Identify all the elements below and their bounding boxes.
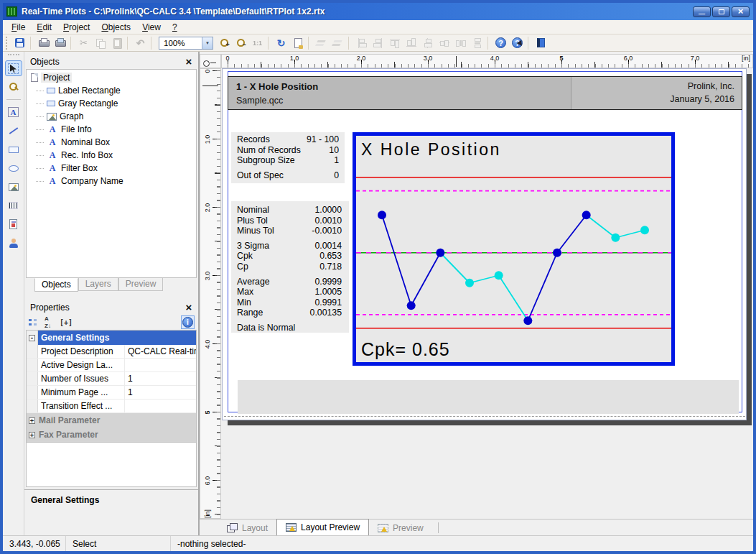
control-chart-object[interactable]: X Hole PositionCpk= 0.65 xyxy=(353,132,675,366)
stat-row: Out of Spec 0 xyxy=(237,170,339,181)
center-v-button[interactable] xyxy=(436,35,452,50)
info-button[interactable] xyxy=(181,315,195,329)
select-tool-button[interactable] xyxy=(5,60,22,76)
collapse-icon[interactable]: - xyxy=(29,335,35,341)
label-rectangle-object[interactable]: 1 - X Hole Position Sample.qcc Prolink, … xyxy=(228,76,742,110)
print-preview-button[interactable] xyxy=(52,35,68,50)
title-bar[interactable]: Real-Time Plots - C:\Prolink\QC-CALC 3.4… xyxy=(3,3,753,20)
view-tab[interactable]: Layout Preview xyxy=(276,519,369,535)
tree-item[interactable]: Company Name xyxy=(27,175,196,188)
property-group-selected[interactable]: - General Settings xyxy=(27,331,196,345)
menu-item[interactable]: Project xyxy=(57,21,95,34)
zoom-in-button[interactable] xyxy=(216,35,233,50)
save-button[interactable] xyxy=(11,35,28,50)
property-group-collapsed[interactable]: + Fax Parameter xyxy=(27,428,196,442)
chevron-down-icon[interactable] xyxy=(202,37,213,49)
property-row[interactable]: Transition Effect ... xyxy=(27,400,196,413)
palette-grip[interactable] xyxy=(8,54,19,55)
cut-button[interactable] xyxy=(75,35,92,50)
close-icon[interactable] xyxy=(182,302,195,313)
expand-icon[interactable]: + xyxy=(29,417,35,424)
property-value[interactable]: 1 xyxy=(125,386,196,399)
bring-front-button[interactable] xyxy=(313,35,330,50)
property-row[interactable]: Active Design La... xyxy=(27,359,196,372)
copy-button[interactable] xyxy=(92,35,108,50)
help-button[interactable] xyxy=(493,35,509,50)
close-icon[interactable] xyxy=(182,56,195,68)
report-tool-button[interactable] xyxy=(5,216,22,232)
space-v-button[interactable] xyxy=(469,35,485,50)
barcode-tool-button[interactable] xyxy=(5,198,22,213)
stat-row: Min 0.9991 xyxy=(237,297,342,308)
close-button[interactable] xyxy=(732,6,750,17)
undo-button[interactable] xyxy=(132,35,149,50)
align-right-button[interactable] xyxy=(370,35,386,50)
help-context-button[interactable] xyxy=(509,35,526,50)
minimize-button[interactable] xyxy=(693,6,711,17)
align-left-button[interactable] xyxy=(353,35,370,50)
align-top-button[interactable] xyxy=(386,35,403,50)
tree-item[interactable]: Label Rectangle xyxy=(27,84,196,97)
print-button[interactable] xyxy=(35,35,52,50)
ellipse-tool-button[interactable] xyxy=(5,160,22,176)
align-bottom-button[interactable] xyxy=(403,35,419,50)
expand-all-button[interactable]: [+] xyxy=(60,318,73,326)
property-row[interactable]: Project Description QC-CALC Real-tim... xyxy=(27,345,196,359)
property-group-collapsed[interactable]: + Mail Parameter xyxy=(27,413,196,428)
space-h-icon xyxy=(455,37,467,49)
properties-button[interactable] xyxy=(289,35,306,50)
stat-row: Plus Tol 0.0010 xyxy=(237,216,342,226)
refresh-button[interactable] xyxy=(273,35,289,50)
property-value[interactable]: 1 xyxy=(125,372,196,385)
expand-icon[interactable]: + xyxy=(29,432,35,438)
line-tool-button[interactable] xyxy=(5,123,22,139)
tree-item[interactable]: Gray Rectangle xyxy=(27,97,196,110)
property-value[interactable] xyxy=(125,400,196,412)
tree-item[interactable]: Filter Box xyxy=(27,162,196,175)
view-tab[interactable]: Layout xyxy=(218,520,276,535)
maximize-button[interactable] xyxy=(712,6,730,17)
zoom-level-combo[interactable]: 100% xyxy=(159,37,213,50)
window-controls xyxy=(693,6,750,17)
zoom-tool-button[interactable] xyxy=(5,79,22,95)
send-back-button[interactable] xyxy=(330,35,346,50)
exit-button[interactable] xyxy=(533,35,549,50)
rec-info-box-object[interactable]: Records 91 - 100 Num of Records 10 xyxy=(231,132,345,183)
design-canvas[interactable]: 1 - X Hole Position Sample.qcc Prolink, … xyxy=(221,68,753,519)
panel-tab[interactable]: Layers xyxy=(78,278,118,291)
panel-tab[interactable]: Objects xyxy=(34,278,78,292)
save-icon xyxy=(15,38,24,47)
categorized-view-icon[interactable] xyxy=(28,318,38,327)
actual-size-button[interactable]: 1:1 xyxy=(249,35,266,50)
property-row[interactable]: Minimum Page ... 1 xyxy=(27,386,196,400)
tree-item[interactable]: File Info xyxy=(27,123,196,136)
panel-tab[interactable]: Preview xyxy=(118,278,164,291)
center-h-button[interactable] xyxy=(419,35,436,50)
image-tool-button[interactable] xyxy=(5,179,22,195)
template-page[interactable]: 1 - X Hole Position Sample.qcc Prolink, … xyxy=(222,68,747,420)
tree-item[interactable]: Graph xyxy=(27,110,196,123)
menu-item[interactable]: Edit xyxy=(31,21,57,34)
menu-item[interactable]: ? xyxy=(167,21,183,34)
tree-root-project[interactable]: Project xyxy=(27,71,196,84)
zoom-out-button[interactable] xyxy=(233,35,249,50)
toolbar-grip[interactable] xyxy=(6,37,9,50)
text-tool-button[interactable] xyxy=(5,104,22,120)
nominal-box-object[interactable]: Nominal 1.0000 Plus Tol 0.0010 xyxy=(231,201,349,333)
view-tab[interactable]: Preview xyxy=(369,520,432,535)
tree-item[interactable]: Rec. Info Box xyxy=(27,149,196,162)
property-row[interactable]: Number of Issues 1 xyxy=(27,372,196,386)
menu-item[interactable]: View xyxy=(136,21,167,34)
property-value[interactable]: QC-CALC Real-tim... xyxy=(125,345,196,358)
tree-item[interactable]: Nominal Box xyxy=(27,136,196,149)
menu-item[interactable]: Objects xyxy=(95,21,136,34)
person-tool-button[interactable] xyxy=(5,235,22,251)
property-value[interactable] xyxy=(125,359,196,371)
sort-alphabetical-icon[interactable] xyxy=(43,317,55,328)
menu-item[interactable]: File xyxy=(6,21,31,34)
paste-button[interactable] xyxy=(108,35,125,50)
space-h-button[interactable] xyxy=(452,35,469,50)
rectangle-tool-button[interactable] xyxy=(5,142,22,157)
ruler-label: 0 xyxy=(225,55,229,62)
gray-rectangle-object[interactable] xyxy=(238,380,739,414)
